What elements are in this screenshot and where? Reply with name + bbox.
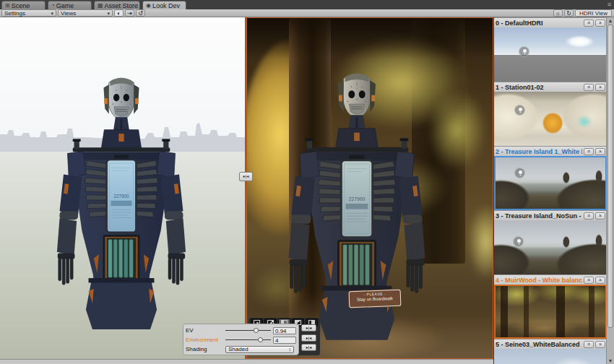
close-icon[interactable]: × [595, 148, 605, 155]
refresh-button[interactable]: ↻ [564, 9, 574, 17]
sun-position-icon[interactable] [519, 46, 529, 57]
shading-value: Shaded [228, 346, 248, 352]
environment-value-field[interactable]: 4 [273, 337, 296, 344]
asset-store-icon: ▦ [98, 1, 103, 10]
sun-position-icon[interactable] [514, 168, 525, 178]
hdri-item-header[interactable]: 0 - DefaultHDRI ≡ × [494, 17, 607, 27]
hdri-item-header[interactable]: 3 - Treasure Island_NoSun - Whit ≡ × [494, 210, 607, 220]
window-bottom-edge [0, 359, 493, 364]
settings-label: Settings [4, 10, 48, 17]
sync-button-column: ▸|◂ ▸|◂ ▸|◂ [301, 324, 317, 354]
hdri-thumbnail[interactable] [494, 285, 607, 339]
hdri-thumbnail[interactable] [494, 220, 607, 274]
tab-game[interactable]: ◔ Game [48, 1, 92, 9]
hdri-item-1[interactable]: 1 - Station01-02 ≡ × [494, 82, 607, 146]
hdri-thumbnail[interactable] [494, 27, 607, 82]
shading-dropdown[interactable]: Shaded ↕ [225, 346, 294, 353]
sun-position-icon[interactable] [513, 236, 524, 247]
hdri-item-4[interactable]: 4 - MuirWood - White balanced ≡ × [494, 274, 607, 339]
views-label: Views [61, 10, 104, 17]
hdri-thumbnail[interactable] [494, 349, 607, 364]
scrollbar-thumb[interactable] [607, 25, 613, 328]
hdri-view-label: HDRI View [579, 10, 607, 17]
lookdev-window: 227900 [0, 0, 614, 364]
hdri-item-header[interactable]: 4 - MuirWood - White balanced ≡ × [494, 274, 607, 285]
slider-thumb[interactable] [258, 337, 263, 342]
game-icon: ◔ [51, 1, 55, 10]
hdri-item-header[interactable]: 1 - Station01-02 ≡ × [494, 82, 607, 92]
tab-asset-store-label: Asset Store [105, 1, 139, 10]
load-environment-button[interactable]: ⇥ [125, 9, 134, 17]
separator-sync-button[interactable]: ▸|◂ [239, 172, 253, 181]
scene-icon: ⊞ [5, 1, 10, 10]
item-menu-icon[interactable]: ≡ [584, 20, 594, 27]
rotate-environment-icon: ↺ [138, 10, 143, 17]
tab-scene[interactable]: ⊞ Scene [1, 1, 46, 9]
item-menu-icon[interactable]: ≡ [584, 277, 594, 284]
hdri-view-button[interactable]: HDRI View [575, 9, 612, 17]
window-menu-icon[interactable]: ≡ [607, 1, 611, 9]
scroll-up-icon[interactable]: ▲ [607, 17, 614, 24]
close-icon[interactable]: × [595, 84, 605, 91]
load-environment-icon: ⇥ [127, 10, 132, 17]
shading-sphere-button[interactable]: ◐ [114, 9, 124, 17]
hdri-item-3[interactable]: 3 - Treasure Island_NoSun - Whit ≡ × [494, 210, 607, 274]
lookdev-view-right[interactable]: - PLEASE - Stay on Boardwalk [246, 17, 493, 359]
environment-slider[interactable] [225, 337, 271, 343]
shading-label: Shading [186, 346, 223, 352]
hdri-item-label: 5 - Seine03_WhiteBalanced [496, 341, 582, 348]
hdri-item-2[interactable]: 2 - Treasure Island 1_White balan ≡ × [494, 146, 607, 210]
hdri-item-header[interactable]: 5 - Seine03_WhiteBalanced ≡ × [494, 339, 607, 349]
views-dropdown[interactable]: Views ▾ [58, 9, 113, 17]
close-icon[interactable]: × [595, 277, 605, 284]
hdri-thumbnail[interactable] [494, 92, 607, 146]
hdri-item-0[interactable]: 0 - DefaultHDRI ≡ × [494, 17, 607, 82]
rotate-environment-button[interactable]: ↺ [136, 9, 145, 17]
item-menu-icon[interactable]: ≡ [584, 148, 594, 155]
hdri-item-5[interactable]: 5 - Seine03_WhiteBalanced ≡ × [494, 339, 607, 364]
sign-line-2: Stay on Boardwalk [350, 296, 400, 302]
scroll-down-icon[interactable]: ▼ [607, 358, 614, 364]
sun-gizmo-button[interactable]: ☼ [553, 9, 563, 17]
close-icon[interactable]: × [595, 20, 605, 27]
hdri-item-label: 0 - DefaultHDRI [496, 20, 582, 27]
item-menu-icon[interactable]: ≡ [584, 341, 594, 348]
item-menu-icon[interactable]: ≡ [584, 212, 594, 220]
hdri-item-label: 2 - Treasure Island 1_White balan [496, 148, 582, 155]
shading-sphere-icon: ◐ [117, 10, 121, 17]
tab-scene-label: Scene [12, 1, 30, 10]
lookdev-view-left[interactable] [0, 17, 246, 359]
ev-slider[interactable] [225, 327, 271, 334]
sun-position-icon[interactable] [514, 105, 525, 116]
tab-bar: ⊞ Scene ◔ Game ▦ Asset Store ◉ Look Dev … [0, 0, 614, 9]
hdri-panel: 0 - DefaultHDRI ≡ × 1 - Station01-02 ≡ ×… [493, 17, 614, 364]
item-menu-icon[interactable]: ≡ [584, 84, 594, 91]
hdri-scrollbar[interactable]: ▲ ▼ [606, 17, 614, 364]
close-icon[interactable]: × [595, 212, 605, 220]
lookdev-icon: ◉ [146, 1, 151, 10]
view-separator[interactable] [245, 17, 246, 359]
lookdev-control-panel: EV 0.94 Environment 4 Shading Shaded ↕ [183, 324, 299, 355]
hdri-item-label: 1 - Station01-02 [496, 84, 582, 91]
environment-label: Environment [186, 337, 223, 343]
ev-label: EV [186, 327, 223, 334]
shading-sync-button[interactable]: ▸|◂ [301, 344, 316, 351]
sun-gizmo-icon: ☼ [555, 10, 561, 17]
settings-dropdown[interactable]: Settings ▾ [1, 9, 56, 17]
environment-sync-button[interactable]: ▸|◂ [301, 334, 316, 342]
tab-look-dev-label: Look Dev [152, 1, 180, 10]
lookdev-toolbar: Settings ▾ Views ▾ ◐ ⇥ ↺ ☼ ↻ HDRI View [0, 9, 614, 17]
hdri-item-header[interactable]: 2 - Treasure Island 1_White balan ≡ × [494, 146, 607, 156]
tab-look-dev[interactable]: ◉ Look Dev [142, 1, 186, 9]
hdri-thumbnail[interactable] [494, 156, 607, 210]
slider-thumb[interactable] [254, 328, 259, 333]
slider-track [225, 339, 271, 340]
chevron-down-icon: ▾ [107, 10, 110, 17]
shading-row: Shading Shaded ↕ [186, 344, 296, 354]
slider-track [225, 330, 271, 331]
canopy-shadow [247, 18, 493, 58]
tab-asset-store[interactable]: ▦ Asset Store [94, 1, 140, 9]
ev-value-field[interactable]: 0.94 [273, 327, 296, 334]
close-icon[interactable]: × [595, 341, 605, 348]
ev-sync-button[interactable]: ▸|◂ [301, 324, 316, 332]
